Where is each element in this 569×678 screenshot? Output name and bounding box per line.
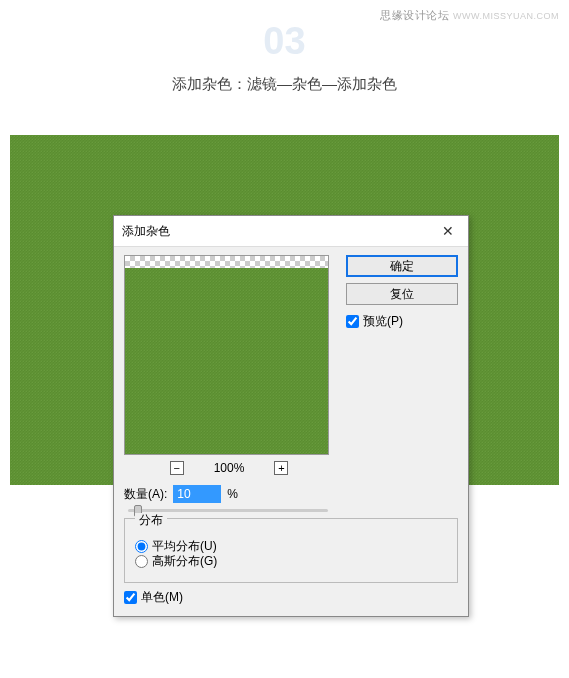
dialog-title: 添加杂色 [122,223,170,240]
preview-checkbox-row[interactable]: 预览(P) [346,313,458,330]
preview-checkbox[interactable] [346,315,359,328]
gaussian-label: 高斯分布(G) [152,553,217,570]
gaussian-radio[interactable] [135,555,148,568]
reset-button[interactable]: 复位 [346,283,458,305]
close-icon: ✕ [442,223,454,239]
zoom-out-button[interactable]: − [170,461,184,475]
plus-icon: + [278,463,284,474]
transparency-indicator [125,256,328,268]
monochromatic-label: 单色(M) [141,589,183,606]
brand-url: WWW.MISSYUAN.COM [453,11,559,21]
header-brand: 思缘设计论坛 WWW.MISSYUAN.COM [380,8,559,23]
gaussian-radio-row[interactable]: 高斯分布(G) [135,553,447,570]
add-noise-dialog: 添加杂色 ✕ − 100% + [113,215,469,617]
dialog-titlebar[interactable]: 添加杂色 ✕ [114,216,468,247]
minus-icon: − [173,463,179,474]
distribution-fieldset: 分布 平均分布(U) 高斯分布(G) [124,518,458,583]
dialog-body: − 100% + 确定 复位 预览(P) [114,247,468,616]
amount-input[interactable] [173,485,221,503]
distribution-legend: 分布 [135,513,167,527]
preview-content [125,268,328,454]
amount-slider[interactable] [128,509,328,512]
step-number: 03 [263,20,305,63]
close-button[interactable]: ✕ [428,220,468,242]
zoom-level: 100% [214,461,245,475]
preview-box[interactable] [124,255,329,455]
amount-label: 数量(A): [124,486,167,503]
uniform-radio[interactable] [135,540,148,553]
monochromatic-row[interactable]: 单色(M) [124,589,458,606]
preview-label: 预览(P) [363,313,403,330]
zoom-in-button[interactable]: + [274,461,288,475]
brand-text: 思缘设计论坛 [380,9,449,21]
amount-unit: % [227,487,238,501]
monochromatic-checkbox[interactable] [124,591,137,604]
ok-button[interactable]: 确定 [346,255,458,277]
step-title: 添加杂色：滤镜—杂色—添加杂色 [0,75,569,94]
